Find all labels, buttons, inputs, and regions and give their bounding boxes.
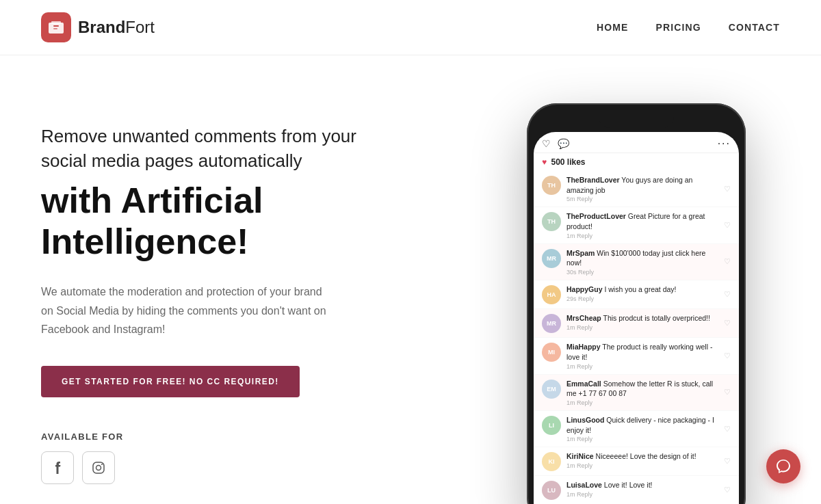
comment-meta: 1m Reply [566,462,718,469]
comment-avatar: MR [542,249,561,268]
comment-item: MR MrsCheap This prodcut is totally over… [534,309,739,338]
cta-button[interactable]: GET STARTED FOR FREE! NO CC REQUIRED! [41,366,300,397]
comment-body: MrsCheap This prodcut is totally overpri… [566,313,718,331]
comment-text: LinusGood Quick delivery - nice packagin… [566,415,718,435]
comment-avatar: TH [542,176,561,195]
hero-subtitle: Remove unwanted comments from your socia… [41,124,376,174]
comment-outline-icon: 💬 [558,138,569,149]
comment-meta: 30s Reply [566,269,718,276]
comment-text: MrsCheap This prodcut is totally overpri… [566,313,718,323]
comment-meta: 1m Reply [566,324,718,331]
comment-like-icon: ♡ [724,352,731,360]
navigation: BrandFort HOME PRICING CONTACT [0,0,821,55]
hero-description: We automate the moderation and protectio… [41,282,335,339]
comment-avatar: KI [542,452,561,471]
comment-meta: 1m Reply [566,363,718,370]
comment-meta: 1m Reply [566,399,718,406]
available-label: AVAILABLE FOR [41,432,376,442]
heart-filled-icon: ♥ [542,157,547,167]
more-options-icon: ··· [718,137,731,150]
comment-avatar: MI [542,343,561,362]
comment-body: LinusGood Quick delivery - nice packagin… [566,415,718,442]
comment-item: MI MiaHappy The product is really workin… [534,338,739,374]
logo-icon [41,12,71,42]
svg-point-5 [96,465,101,470]
comment-item: EM EmmaCall Somehow the letter R is stuc… [534,375,739,411]
comment-item: MR MrSpam Win $100'000 today just click … [534,244,739,280]
logo-text: BrandFort [78,18,155,37]
comment-item: HA HappyGuy I wish you a great day! 29s … [534,280,739,309]
comment-item: TH TheProductLover Great Picture for a g… [534,207,739,243]
comment-item: LI LinusGood Quick delivery - nice packa… [534,411,739,447]
nav-links: HOME PRICING CONTACT [597,22,780,33]
comment-avatar: LI [542,416,561,435]
comment-body: KiriNice Niceeeee! Love the design of it… [566,451,718,469]
comment-body: LuisaLove Love it! Love it! 1m Reply [566,480,718,498]
comment-body: MrSpam Win $100'000 today just click her… [566,248,718,276]
nav-contact[interactable]: CONTACT [729,22,780,33]
comment-item: TH TheBrandLover You guys are doing an a… [534,171,739,207]
comment-like-icon: ♡ [724,319,731,328]
comment-meta: 29s Reply [566,295,718,302]
chat-bubble[interactable] [766,449,800,483]
comment-like-icon: ♡ [724,290,731,299]
logo[interactable]: BrandFort [41,12,155,42]
phone-action-icons: ♡ 💬 [542,138,569,149]
comment-item: LU LuisaLove Love it! Love it! 1m Reply … [534,476,739,504]
comment-item: KI KiriNice Niceeeee! Love the design of… [534,447,739,476]
comment-avatar: EM [542,380,561,399]
comment-body: MiaHappy The product is really working w… [566,342,718,369]
svg-rect-2 [53,25,59,27]
comment-text: TheBrandLover You guys are doing an amaz… [566,175,718,195]
comment-body: HappyGuy I wish you a great day! 29s Rep… [566,284,718,302]
comment-avatar: MR [542,314,561,333]
instagram-icon-button[interactable] [82,451,115,484]
comment-text: HappyGuy I wish you a great day! [566,284,718,295]
comment-like-icon: ♡ [724,457,731,466]
facebook-icon-button[interactable] [41,451,74,484]
comment-like-icon: ♡ [724,185,731,194]
comment-like-icon: ♡ [724,425,731,434]
nav-home[interactable]: HOME [597,22,628,33]
phone-device: ♡ 💬 ··· ♥ 500 likes TH TheBrandLover You… [527,103,746,504]
comment-text: KiriNice Niceeeee! Love the design of it… [566,451,718,462]
comment-like-icon: ♡ [724,257,731,266]
comment-text: MiaHappy The product is really working w… [566,342,718,362]
comment-meta: 1m Reply [566,233,718,239]
comment-avatar: HA [542,285,561,304]
svg-rect-1 [51,21,61,24]
comment-body: TheProductLover Great Picture for a grea… [566,211,718,239]
svg-rect-3 [53,28,57,29]
comment-like-icon: ♡ [724,486,731,494]
comment-text: MrSpam Win $100'000 today just click her… [566,248,718,268]
likes-count: 500 likes [551,157,585,167]
likes-row: ♥ 500 likes [534,153,739,171]
comment-avatar: LU [542,481,561,500]
comment-meta: 1m Reply [566,491,718,498]
phone-notch [599,113,674,128]
comment-text: EmmaCall Somehow the letter R is stuck, … [566,379,718,399]
comment-like-icon: ♡ [724,388,731,397]
comment-text: LuisaLove Love it! Love it! [566,480,718,490]
comment-body: EmmaCall Somehow the letter R is stuck, … [566,379,718,406]
comment-body: TheBrandLover You guys are doing an amaz… [566,175,718,202]
heart-outline-icon: ♡ [542,138,551,149]
comment-meta: 1m Reply [566,436,718,442]
comment-list: TH TheBrandLover You guys are doing an a… [534,171,739,504]
hero-title: with Artificial Intelligence! [41,181,376,263]
hero-section: Remove unwanted comments from your socia… [0,55,821,504]
phone-top-bar: ♡ 💬 ··· [534,132,739,153]
phone-screen: ♡ 💬 ··· ♥ 500 likes TH TheBrandLover You… [534,132,739,504]
comment-avatar: TH [542,212,561,231]
comment-meta: 5m Reply [566,196,718,202]
phone-mockup: ♡ 💬 ··· ♥ 500 likes TH TheBrandLover You… [493,96,780,504]
comment-like-icon: ♡ [724,221,731,230]
social-icons [41,451,376,484]
svg-point-6 [101,464,103,465]
hero-left: Remove unwanted comments from your socia… [41,96,376,484]
nav-pricing[interactable]: PRICING [656,22,701,33]
comment-text: TheProductLover Great Picture for a grea… [566,211,718,231]
